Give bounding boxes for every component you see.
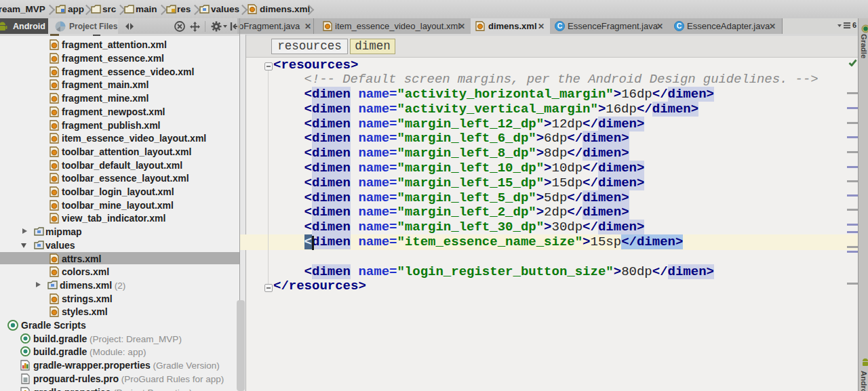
svg-text:C: C xyxy=(557,22,563,30)
svg-text:C: C xyxy=(677,22,682,30)
